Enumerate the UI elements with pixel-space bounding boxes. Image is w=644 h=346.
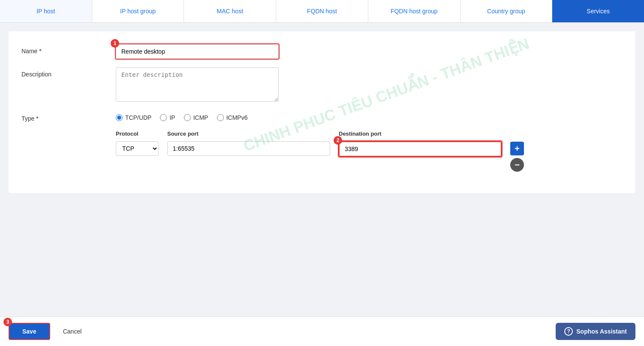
radio-tcp-udp[interactable] bbox=[116, 114, 123, 121]
sophos-assistant-label: Sophos Assistant bbox=[576, 328, 627, 335]
save-button[interactable]: Save bbox=[9, 323, 50, 340]
description-row: Description bbox=[21, 67, 623, 103]
type-field-wrapper: TCP/UDP IP ICMP bbox=[116, 112, 623, 121]
protocol-select[interactable]: TCP UDP bbox=[116, 141, 159, 156]
question-circle-icon: ? bbox=[564, 327, 573, 336]
type-row: Type * TCP/UDP IP bbox=[21, 112, 623, 122]
radio-icmpv6[interactable] bbox=[217, 114, 224, 121]
tcp-udp-label: TCP/UDP bbox=[125, 114, 151, 121]
source-port-input[interactable] bbox=[167, 141, 330, 156]
description-textarea[interactable] bbox=[116, 67, 279, 102]
add-row-button[interactable]: + bbox=[510, 142, 524, 155]
ip-label: IP bbox=[169, 114, 175, 121]
dest-port-col-label: Destination port bbox=[339, 131, 502, 137]
main-content: CHINH PHUC TIÊU CHUẨN - THÂN THIỆN Name … bbox=[0, 23, 644, 210]
description-field-wrapper bbox=[116, 67, 623, 103]
tab-fqdn-host-group[interactable]: FQDN host group bbox=[368, 0, 460, 22]
protocol-port-row: Protocol TCP UDP Source port bbox=[21, 131, 623, 172]
radio-icmp[interactable] bbox=[184, 114, 191, 121]
destination-port-group: Destination port 2 bbox=[339, 131, 502, 157]
tab-mac-host[interactable]: MAC host bbox=[184, 0, 276, 22]
destination-port-input[interactable] bbox=[339, 141, 502, 157]
type-icmp[interactable]: ICMP bbox=[184, 114, 208, 121]
remove-row-button[interactable]: − bbox=[510, 158, 524, 172]
step-3-badge: 3 bbox=[3, 318, 12, 326]
protocol-group: Protocol TCP UDP bbox=[116, 131, 159, 156]
step-1-badge: 1 bbox=[111, 39, 119, 48]
tab-services[interactable]: Services bbox=[552, 0, 644, 22]
name-input-highlight-box: 1 bbox=[116, 44, 279, 59]
name-input[interactable] bbox=[116, 44, 279, 59]
tab-country-group[interactable]: Country group bbox=[460, 0, 553, 22]
description-label: Description bbox=[21, 67, 116, 78]
type-tcp-udp[interactable]: TCP/UDP bbox=[116, 114, 151, 121]
row-actions: + − bbox=[510, 131, 524, 172]
cancel-button[interactable]: Cancel bbox=[59, 324, 86, 339]
protocol-col-label: Protocol bbox=[116, 131, 159, 137]
save-btn-wrapper: 3 Save bbox=[9, 323, 50, 340]
protocol-port-spacer bbox=[21, 131, 116, 134]
type-label: Type * bbox=[21, 112, 116, 122]
name-field-wrapper: 1 bbox=[116, 44, 623, 59]
dest-port-highlight-box: 2 bbox=[339, 141, 502, 157]
footer: 3 Save Cancel ? Sophos Assistant bbox=[0, 316, 644, 346]
tab-ip-host[interactable]: IP host bbox=[0, 0, 92, 22]
protocol-row: Protocol TCP UDP Source port bbox=[116, 131, 623, 172]
protocol-port-wrapper: Protocol TCP UDP Source port bbox=[116, 131, 623, 172]
type-ip[interactable]: IP bbox=[160, 114, 175, 121]
name-label: Name * bbox=[21, 44, 116, 55]
sophos-assistant-button[interactable]: ? Sophos Assistant bbox=[556, 323, 635, 340]
icmp-label: ICMP bbox=[193, 114, 208, 121]
tab-ip-host-group[interactable]: IP host group bbox=[92, 0, 184, 22]
radio-ip[interactable] bbox=[160, 114, 167, 121]
icmpv6-label: ICMPv6 bbox=[226, 114, 248, 121]
form-card: Name * 1 Description bbox=[9, 31, 635, 193]
source-port-group: Source port bbox=[167, 131, 330, 156]
tab-fqdn-host[interactable]: FQDN host bbox=[276, 0, 368, 22]
tab-navigation: IP host IP host group MAC host FQDN host… bbox=[0, 0, 644, 23]
source-port-col-label: Source port bbox=[167, 131, 330, 137]
type-radio-group: TCP/UDP IP ICMP bbox=[116, 112, 623, 121]
step-2-badge: 2 bbox=[334, 136, 342, 145]
type-icmpv6[interactable]: ICMPv6 bbox=[217, 114, 248, 121]
name-row: Name * 1 bbox=[21, 44, 623, 59]
